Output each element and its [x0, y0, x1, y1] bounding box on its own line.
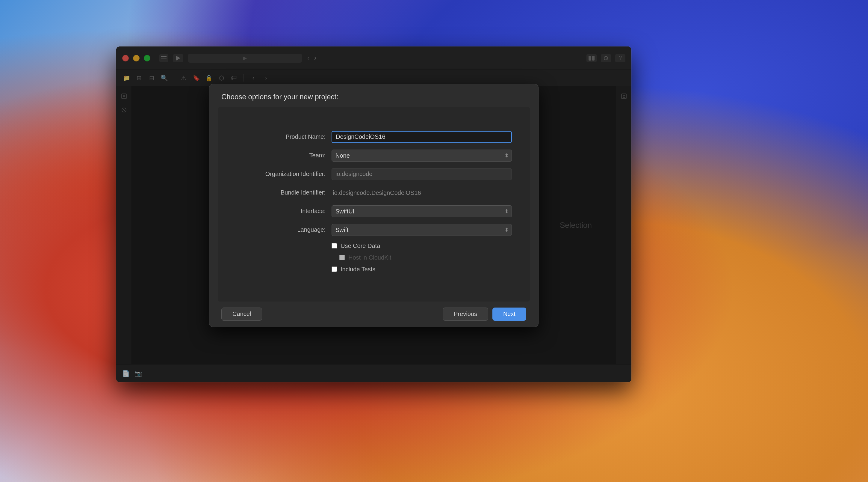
product-name-row: Product Name: — [236, 131, 512, 143]
modal-title: Choose options for your new project: — [221, 93, 338, 101]
language-row: Language: Swift Objective-C ⬍ — [236, 224, 512, 236]
modal-body: Product Name: Team: None ⬍ — [218, 107, 530, 302]
team-select-wrapper: None ⬍ — [332, 149, 512, 162]
product-name-input[interactable] — [332, 131, 512, 143]
interface-select-wrapper: SwiftUI Storyboard ⬍ — [332, 205, 512, 217]
modal-overlay: Choose options for your new project: Pro… — [116, 47, 631, 382]
host-cloudkit-checkbox[interactable] — [339, 255, 345, 260]
interface-label: Interface: — [236, 208, 332, 215]
product-name-label: Product Name: — [236, 133, 332, 140]
bundle-id-value: io.designcode.DesignCodeiOS16 — [332, 187, 512, 199]
language-select[interactable]: Swift Objective-C — [332, 224, 512, 236]
include-tests-checkbox[interactable] — [332, 266, 337, 272]
bundle-id-label: Bundle Identifier: — [236, 189, 332, 196]
language-select-wrapper: Swift Objective-C ⬍ — [332, 224, 512, 236]
project-form: Product Name: Team: None ⬍ — [218, 107, 530, 302]
use-core-data-row: Use Core Data — [236, 243, 512, 249]
team-select[interactable]: None — [332, 149, 512, 162]
use-core-data-label[interactable]: Use Core Data — [341, 243, 380, 249]
team-row: Team: None ⬍ — [236, 149, 512, 162]
interface-select[interactable]: SwiftUI Storyboard — [332, 205, 512, 217]
previous-button[interactable]: Previous — [443, 308, 488, 321]
new-project-dialog: Choose options for your new project: Pro… — [209, 84, 538, 327]
org-id-label: Organization Identifier: — [236, 171, 332, 177]
org-id-row: Organization Identifier: — [236, 168, 512, 180]
host-cloudkit-label: Host in CloudKit — [348, 254, 391, 261]
use-core-data-checkbox[interactable] — [332, 243, 337, 249]
bundle-id-row: Bundle Identifier: io.designcode.DesignC… — [236, 187, 512, 199]
team-label: Team: — [236, 152, 332, 159]
include-tests-row: Include Tests — [236, 266, 512, 273]
interface-row: Interface: SwiftUI Storyboard ⬍ — [236, 205, 512, 217]
include-tests-label[interactable]: Include Tests — [341, 266, 375, 273]
navigation-buttons: Previous Next — [443, 308, 526, 321]
host-cloudkit-row: Host in CloudKit — [236, 254, 512, 261]
modal-header: Choose options for your new project: — [209, 84, 538, 107]
cancel-button[interactable]: Cancel — [221, 308, 262, 321]
org-id-input[interactable] — [332, 168, 512, 180]
language-label: Language: — [236, 226, 332, 233]
xcode-window: ▶ ‹ › ? 📁 ⊞ ⊟ 🔍 ⚠ 🔖 🔒 ⬡ 🏷 ‹ — [116, 47, 631, 382]
modal-footer: Cancel Previous Next — [209, 302, 538, 327]
next-button[interactable]: Next — [492, 308, 526, 321]
